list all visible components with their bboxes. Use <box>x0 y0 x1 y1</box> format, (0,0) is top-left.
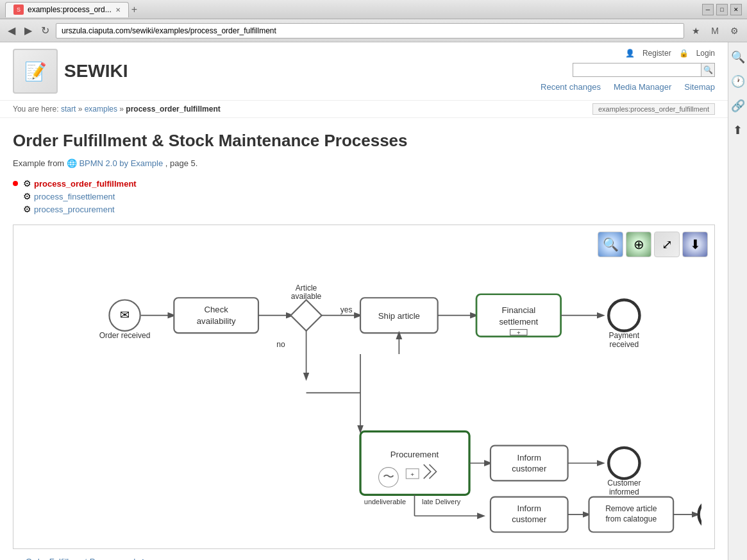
search-input[interactable] <box>573 63 701 77</box>
gear-icon-3: ⚙ <box>23 204 31 214</box>
download-button[interactable]: ⬇ <box>682 232 708 257</box>
diagram-controls: 🔍 ⊕ ⤢ ⬇ <box>598 232 708 257</box>
media-manager-link[interactable]: Media Manager <box>614 82 671 92</box>
login-link[interactable]: Login <box>696 49 715 58</box>
breadcrumb-area: examples:process_order_fulfillment You a… <box>0 101 728 118</box>
breadcrumb-start[interactable]: start <box>61 105 76 114</box>
svg-text:Order received: Order received <box>99 331 151 340</box>
breadcrumb-examples[interactable]: examples <box>85 105 117 114</box>
refresh-button[interactable]: ↻ <box>38 23 52 38</box>
minimize-button[interactable]: ─ <box>702 4 714 15</box>
process-link-label-3[interactable]: process_procurement <box>34 205 115 214</box>
svg-rect-4 <box>174 298 258 333</box>
svg-text:Customer: Customer <box>607 479 641 488</box>
bookmark-icon[interactable]: ★ <box>688 23 703 38</box>
svg-text:customer: customer <box>512 464 547 473</box>
svg-text:availability: availability <box>197 316 236 326</box>
diagram-container: 🔍 ⊕ ⤢ ⬇ ✉ Order received Check availabil… <box>13 225 715 549</box>
process-links: ⚙ process_order_fulfillment ⚙ process_fi… <box>13 178 715 214</box>
site-title: SEWIKI <box>64 61 128 81</box>
header-nav: Recent changes Media Manager Sitemap <box>541 82 715 92</box>
process-link-2: ⚙ process_finsettlement <box>13 191 715 201</box>
close-button[interactable]: ✕ <box>730 4 742 15</box>
settings-icon[interactable]: ⚙ <box>726 23 742 38</box>
svg-text:received: received <box>610 340 639 349</box>
tab-favicon: S <box>13 4 24 15</box>
site-logo: 📝 <box>13 49 58 94</box>
page-path-tag: examples:process_order_fulfillment <box>592 103 715 115</box>
svg-text:+: + <box>410 471 414 478</box>
process-link-label-2[interactable]: process_finsettlement <box>34 192 115 201</box>
svg-text:from calatogue: from calatogue <box>605 514 657 523</box>
tab-title: examples:process_ord... <box>28 5 112 14</box>
red-dot-icon <box>13 181 18 186</box>
svg-text:Check: Check <box>205 305 229 314</box>
svg-text:customer: customer <box>512 514 547 524</box>
gear-icon-1: ⚙ <box>23 178 31 189</box>
back-button[interactable]: ◀ <box>5 23 18 38</box>
header-right: 👤 Register 🔒 Login 🔍 Recent changes Medi… <box>541 49 715 92</box>
process-link-label-1[interactable]: process_order_fulfillment <box>34 179 137 189</box>
arrow-icon: ▶ <box>142 557 149 560</box>
logo-area: 📝 SEWIKI <box>13 49 128 94</box>
register-link[interactable]: Register <box>642 49 671 58</box>
gear-icon-2: ⚙ <box>23 191 31 201</box>
page-title: Order Fulfillment & Stock Maintenance Pr… <box>13 131 715 151</box>
fit-screen-button[interactable]: ⤢ <box>654 232 680 257</box>
svg-text:no: no <box>276 340 285 349</box>
address-bar[interactable] <box>56 23 684 38</box>
svg-text:✉: ✉ <box>120 309 130 321</box>
tab-close-btn[interactable]: ✕ <box>115 6 121 13</box>
content-area: Order Fulfillment & Stock Maintenance Pr… <box>0 118 728 560</box>
upload-tool[interactable]: ⬆ <box>728 121 748 140</box>
svg-point-55 <box>699 499 701 530</box>
register-icon: 👤 <box>625 49 635 58</box>
svg-text:Financial: Financial <box>501 305 535 315</box>
header-auth: 👤 Register 🔒 Login <box>625 49 715 58</box>
zoom-in-button[interactable]: ⊕ <box>626 232 651 257</box>
zoom-1-button[interactable]: 🔍 <box>598 232 623 257</box>
process-link-3: ⚙ process_procurement <box>13 204 715 214</box>
maximize-button[interactable]: □ <box>716 4 728 15</box>
sitemap-link[interactable]: Sitemap <box>684 82 715 92</box>
browser-tab[interactable]: S examples:process_ord... ✕ <box>5 2 129 17</box>
svg-text:late Delivery: late Delivery <box>422 498 461 505</box>
you-are-here-label: You are here: <box>13 105 59 114</box>
footer-link-area: Order Fulfillment Process code ▶ <box>13 549 715 560</box>
svg-rect-29 <box>360 432 469 495</box>
page-subtitle: Example from 🌐 BPMN 2.0 by Example , pag… <box>13 158 715 168</box>
recent-changes-link[interactable]: Recent changes <box>541 82 601 92</box>
svg-text:〜: 〜 <box>383 470 394 483</box>
gmail-icon[interactable]: M <box>707 23 723 38</box>
svg-text:Payment: Payment <box>609 331 640 340</box>
zoom-tool[interactable]: 🔍 <box>728 47 748 67</box>
svg-text:Ship article: Ship article <box>378 311 420 321</box>
browser-titlebar: S examples:process_ord... ✕ + ─ □ ✕ <box>0 0 747 19</box>
svg-marker-8 <box>290 300 321 331</box>
bpmn-link[interactable]: BPMN 2.0 by Example <box>79 158 163 168</box>
page-header: 📝 SEWIKI 👤 Register 🔒 Login 🔍 Recent cha… <box>0 42 728 101</box>
search-button[interactable]: 🔍 <box>701 63 715 77</box>
lock-icon: 🔒 <box>679 49 689 58</box>
search-box: 🔍 <box>573 63 715 77</box>
svg-text:Remove article: Remove article <box>605 504 657 513</box>
svg-text:informed: informed <box>609 488 639 496</box>
svg-text:available: available <box>291 292 322 301</box>
breadcrumb-current: process_order_fulfillment <box>126 105 220 114</box>
page-content: 📝 SEWIKI 👤 Register 🔒 Login 🔍 Recent cha… <box>0 42 728 560</box>
svg-text:settlement: settlement <box>499 317 538 327</box>
svg-text:+: + <box>517 329 521 336</box>
forward-button[interactable]: ▶ <box>22 23 35 38</box>
history-tool[interactable]: 🕐 <box>728 72 748 91</box>
process-link-1: ⚙ process_order_fulfillment <box>13 178 715 189</box>
svg-point-22 <box>609 300 639 331</box>
window-controls: ─ □ ✕ <box>702 4 742 15</box>
svg-text:undeliverable: undeliverable <box>364 498 406 505</box>
svg-text:Article: Article <box>296 284 317 293</box>
order-fulfillment-code-link[interactable]: Order Fulfillment Process code ▶ <box>26 557 149 560</box>
new-tab-button[interactable]: + <box>131 4 137 15</box>
svg-text:yes: yes <box>340 305 353 314</box>
side-toolbar: 🔍 🕐 🔗 ⬆ <box>728 42 747 560</box>
link-tool[interactable]: 🔗 <box>728 96 748 115</box>
svg-rect-38 <box>491 446 568 481</box>
